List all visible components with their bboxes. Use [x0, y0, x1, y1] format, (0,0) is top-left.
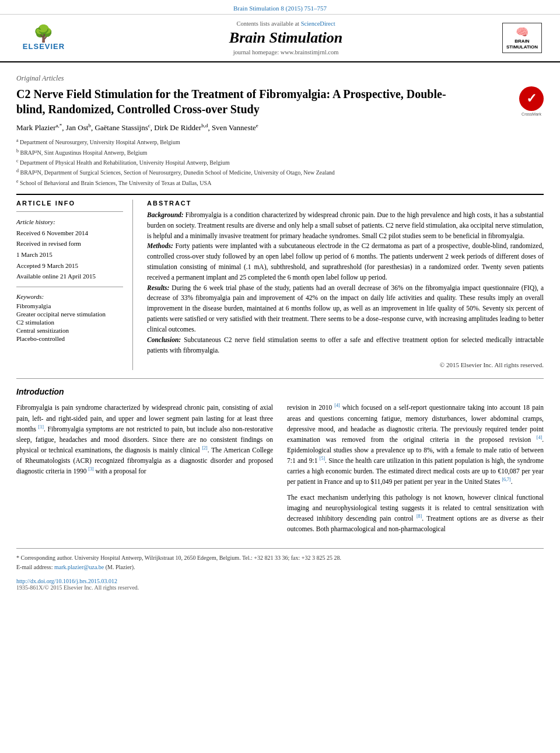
conclusion-label: Conclusion: [147, 336, 181, 343]
introduction-section: Introduction Fibromyalgia is pain syndro… [16, 387, 544, 539]
article-info-column: ARTICLE INFO Article history: Received 6… [16, 200, 133, 370]
keyword-5: Placebo-controlled [16, 335, 123, 342]
keywords-label: Keywords: [16, 293, 123, 300]
journal-homepage: journal homepage: www.brainstimjrnl.com [82, 49, 490, 55]
affiliations-block: a Department of Neurosurgery, University… [16, 137, 544, 188]
crossmark-circle: ✓ [519, 86, 544, 111]
keywords-block: Keywords: Fibromyalgia Greater occipital… [16, 293, 123, 342]
email-line: E-mail address: mark.plazier@uza.be (M. … [16, 563, 544, 572]
background-text: Fibromyalgia is a condition characterize… [147, 211, 544, 239]
authors-line: Mark Plaziera,*, Jan Ostb, Gaëtane Stass… [16, 123, 544, 133]
copyright-text: © 2015 Elsevier Inc. All rights reserved… [147, 360, 544, 370]
email-label: E-mail address: [16, 564, 52, 570]
background-label: Background: [147, 211, 184, 218]
abstract-conclusion: Conclusion: Subcutaneous C2 nerve field … [147, 335, 544, 356]
affiliation-a: a Department of Neurosurgery, University… [16, 137, 544, 147]
keyword-1: Fibromyalgia [16, 302, 123, 309]
section-divider [16, 378, 544, 379]
journal-badge: 🧠 BRAINSTIMULATION [502, 23, 542, 53]
brain-icon: 🧠 [506, 26, 538, 39]
intro-body-columns: Fibromyalgia is pain syndrome characteri… [16, 402, 544, 539]
email-person: (M. Plazier). [106, 564, 135, 570]
journal-name: Brain Stimulation [82, 29, 490, 47]
keyword-2: Greater occipital nerve stimulation [16, 311, 123, 318]
corresponding-author: * Corresponding author. University Hospi… [16, 553, 544, 563]
article-section-label: Original Articles [16, 74, 544, 83]
affiliation-d: d BRAP²N, Department of Surgical Science… [16, 168, 544, 177]
keyword-4: Central sensitization [16, 327, 123, 334]
badge-text: BRAINSTIMULATION [506, 39, 538, 50]
divider-thick [16, 194, 544, 195]
online-date: Available online 21 April 2015 [16, 271, 123, 282]
article-info-heading: ARTICLE INFO [16, 200, 123, 207]
keyword-3: C2 stimulation [16, 319, 123, 326]
elsevier-tree-icon: 🌳 [33, 26, 54, 42]
main-content: Original Articles C2 Nerve Field Stimula… [0, 62, 560, 597]
paper-title: C2 Nerve Field Stimulation for the Treat… [16, 86, 454, 117]
abstract-column: ABSTRACT Background: Fibromyalgia is a c… [147, 200, 544, 370]
issn-section: 1935-861X/© 2015 Elsevier Inc. All right… [16, 584, 544, 591]
abstract-heading: ABSTRACT [147, 200, 544, 207]
footnote-section: * Corresponding author. University Hospi… [16, 548, 544, 572]
revised-date: 1 March 2015 [16, 249, 123, 260]
intro-left-para: Fibromyalgia is pain syndrome characteri… [16, 402, 273, 476]
sciencedirect-link[interactable]: ScienceDirect [301, 20, 335, 27]
received-date: Received 6 November 2014 [16, 228, 123, 239]
conclusion-text: Subcutaneous C2 nerve field stimulation … [147, 336, 544, 354]
accepted-date: Accepted 9 March 2015 [16, 260, 123, 271]
methods-text: Forty patients were implanted with a sub… [147, 242, 544, 280]
intro-left-col: Fibromyalgia is pain syndrome characteri… [16, 402, 273, 539]
abstract-results: Results: During the 6 week trial phase o… [147, 283, 544, 335]
affiliation-c: c Department of Physical Health and Reha… [16, 158, 544, 168]
author-1: Mark Plaziera,*, Jan Ostb, Gaëtane Stass… [16, 123, 258, 132]
abstract-background: Background: Fibromyalgia is a condition … [147, 210, 544, 241]
abstract-text: Background: Fibromyalgia is a condition … [147, 210, 544, 370]
intro-right-col: revision in 2010 [4] which focused on a … [287, 402, 544, 539]
affiliation-b: b BRAP²N, Sint Augustinus Hospital Antwe… [16, 148, 544, 158]
divider-keywords [16, 287, 123, 287]
results-text: During the 6 week trial phase of the stu… [147, 284, 544, 333]
info-abstract-columns: ARTICLE INFO Article history: Received 6… [16, 200, 544, 370]
brain-stim-badge-area: 🧠 BRAINSTIMULATION [496, 20, 548, 55]
crossmark-area: ✓ CrossMark [519, 86, 544, 116]
intro-heading: Introduction [16, 387, 544, 396]
author-email[interactable]: mark.plazier@uza.be [54, 564, 104, 570]
journal-header: 🌳 ELSEVIER Contents lists available at S… [0, 15, 560, 62]
intro-right-para1: revision in 2010 [4] which focused on a … [287, 402, 544, 487]
divider-info [16, 211, 123, 212]
doi-section: http://dx.doi.org/10.1016/j.brs.2015.03.… [16, 578, 544, 584]
contents-available: Contents lists available at ScienceDirec… [82, 20, 490, 27]
article-history: Article history: Received 6 November 201… [16, 217, 123, 282]
abstract-methods: Methods: Forty patients were implanted w… [147, 241, 544, 283]
crossmark-label: CrossMark [522, 112, 541, 116]
results-label: Results: [147, 284, 169, 291]
elsevier-text: ELSEVIER [23, 42, 65, 51]
history-label: Article history: [16, 217, 123, 228]
journal-title-area: Contents lists available at ScienceDirec… [82, 20, 490, 55]
journal-citation: Brain Stimulation 8 (2015) 751–757 [0, 0, 560, 15]
intro-right-para2: The exact mechanism underlying this path… [287, 492, 544, 535]
elsevier-logo-area: 🌳 ELSEVIER [12, 20, 76, 55]
methods-label: Methods: [147, 242, 173, 249]
doi-link[interactable]: http://dx.doi.org/10.1016/j.brs.2015.03.… [16, 578, 117, 584]
revised-label: Received in revised form [16, 238, 123, 249]
affiliation-e: e School of Behavioral and Brain Science… [16, 178, 544, 188]
